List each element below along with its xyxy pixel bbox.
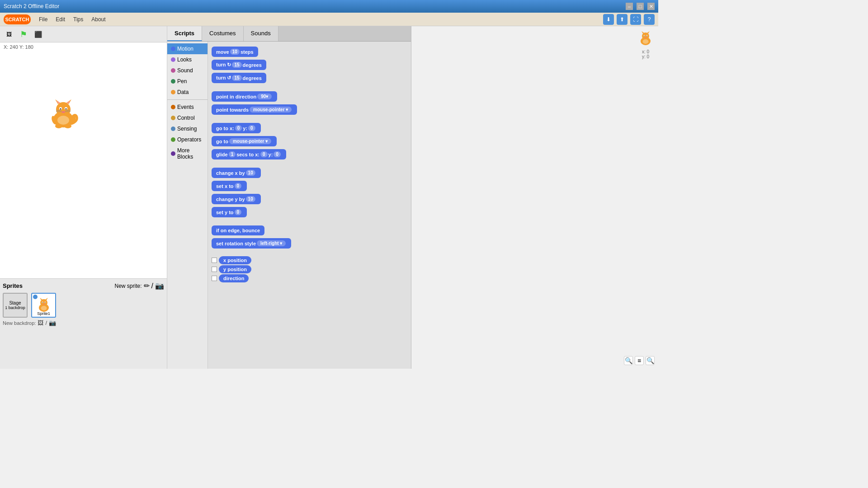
sprite1-thumbnail[interactable]: Sprite1 xyxy=(31,293,56,318)
minimize-button[interactable]: – xyxy=(626,3,633,10)
tab-scripts[interactable]: Scripts xyxy=(167,26,202,41)
save-icon[interactable]: ⬇ xyxy=(603,14,614,25)
zoom-out-button[interactable]: 🔍 xyxy=(624,356,633,365)
svg-point-10 xyxy=(61,111,65,113)
category-looks[interactable]: Looks xyxy=(167,54,208,65)
category-control[interactable]: Control xyxy=(167,113,208,123)
category-events[interactable]: Events xyxy=(167,102,208,113)
stage-canvas: X: 240 Y: 180 xyxy=(0,42,167,278)
import-sprite-button[interactable]: / xyxy=(151,282,153,290)
zoom-fit-button[interactable]: ≡ xyxy=(635,356,644,365)
help-icon[interactable]: ? xyxy=(644,14,655,25)
svg-point-28 xyxy=(43,304,45,305)
stage-thumbnail[interactable]: Stage 1 backdrop xyxy=(3,293,28,318)
block-set-y[interactable]: set y to 0 xyxy=(212,207,247,217)
svg-point-8 xyxy=(60,108,61,110)
fullscreen-icon[interactable]: ⛶ xyxy=(630,14,641,25)
block-gap-3 xyxy=(212,161,407,166)
category-more-blocks[interactable]: More Blocks xyxy=(167,145,208,162)
svg-point-38 xyxy=(645,37,646,38)
svg-point-39 xyxy=(643,39,649,44)
block-row-turn-ccw: turn ↺ 15 degrees xyxy=(212,71,407,84)
blocks-area: Scripts Costumes Sounds Motion Looks Sou… xyxy=(167,26,411,369)
category-pen[interactable]: Pen xyxy=(167,76,208,87)
zoom-in-button[interactable]: 🔍 xyxy=(646,356,655,365)
sprite-header: Sprites New sprite: ✏ / 📷 xyxy=(3,282,164,290)
tab-costumes[interactable]: Costumes xyxy=(202,26,244,41)
data-dot xyxy=(171,90,175,94)
zoom-controls: 🔍 ≡ 🔍 xyxy=(624,356,655,365)
block-gap-1 xyxy=(212,84,407,90)
close-button[interactable]: ✕ xyxy=(647,3,655,10)
block-change-x[interactable]: change x by 10 xyxy=(212,168,261,178)
block-row-y-position: y position xyxy=(212,265,407,273)
block-change-y[interactable]: change y by 10 xyxy=(212,194,261,204)
block-direction[interactable]: direction xyxy=(219,274,249,282)
mini-cat-icon xyxy=(637,30,655,48)
block-point-towards[interactable]: point towards mouse-pointer ▾ xyxy=(212,104,297,115)
scripting-area[interactable]: x: 0 y: 0 🔍 ≡ 🔍 xyxy=(411,26,658,369)
block-move[interactable]: move 10 steps xyxy=(212,47,258,57)
block-y-position[interactable]: y position xyxy=(219,265,251,273)
category-data[interactable]: Data xyxy=(167,87,208,98)
block-row-rotation: set rotation style left-right ▾ xyxy=(212,237,407,250)
svg-point-37 xyxy=(646,36,647,37)
tips-menu[interactable]: Tips xyxy=(70,14,87,24)
direction-checkbox[interactable] xyxy=(212,276,217,281)
block-turn-cw[interactable]: turn ↻ 15 degrees xyxy=(212,60,266,70)
stop-button[interactable]: ⬛ xyxy=(33,29,43,40)
tabs: Scripts Costumes Sounds xyxy=(167,26,411,42)
menu-bar: SCRATCH File Edit Tips About ⬇ ⬆ ⛶ ? xyxy=(0,13,658,26)
block-set-rotation[interactable]: set rotation style left-right ▾ xyxy=(212,238,291,249)
paint-backdrop-button[interactable]: 🖼 xyxy=(38,319,43,326)
svg-point-16 xyxy=(64,124,71,128)
block-turn-ccw[interactable]: turn ↺ 15 degrees xyxy=(212,73,266,83)
stage-layout-icon[interactable]: 🖼 xyxy=(4,29,14,40)
sprite-info-badge xyxy=(33,295,38,299)
file-menu[interactable]: File xyxy=(35,14,51,24)
x-position-checkbox[interactable] xyxy=(212,258,217,263)
block-row-change-y: change y by 10 xyxy=(212,192,407,206)
position-display: X: 240 Y: 180 xyxy=(4,44,33,50)
block-point-direction[interactable]: point in direction 90▾ xyxy=(212,91,277,102)
maximize-button[interactable]: □ xyxy=(637,3,644,10)
import-backdrop-button[interactable]: / xyxy=(45,319,47,326)
svg-marker-33 xyxy=(647,31,650,33)
svg-marker-22 xyxy=(40,298,42,300)
svg-point-19 xyxy=(57,116,69,125)
block-gap-5 xyxy=(212,250,407,255)
scratch-logo: SCRATCH xyxy=(4,14,31,24)
camera-sprite-button[interactable]: 📷 xyxy=(155,282,164,290)
paint-sprite-button[interactable]: ✏ xyxy=(144,282,150,290)
category-sound[interactable]: Sound xyxy=(167,65,208,76)
category-panel: Motion Looks Sound Pen Data xyxy=(167,42,208,369)
y-position-checkbox[interactable] xyxy=(212,267,217,272)
block-row-glide: glide 1 secs to x: 0 y: 0 xyxy=(212,148,407,161)
motion-dot xyxy=(171,47,175,51)
sprite-coordinates: x: 0 y: 0 xyxy=(637,49,655,59)
load-icon[interactable]: ⬆ xyxy=(617,14,627,25)
category-sensing[interactable]: Sensing xyxy=(167,123,208,134)
block-if-on-edge[interactable]: if on edge, bounce xyxy=(212,225,264,235)
edit-menu[interactable]: Edit xyxy=(52,14,69,24)
block-x-position[interactable]: x position xyxy=(219,256,251,264)
block-goto-xy[interactable]: go to x: 0 y: 0 xyxy=(212,123,261,133)
tab-sounds[interactable]: Sounds xyxy=(244,26,278,41)
block-row-turn-cw: turn ↻ 15 degrees xyxy=(212,58,407,71)
category-motion[interactable]: Motion xyxy=(167,43,208,54)
block-goto[interactable]: go to mouse-pointer ▾ xyxy=(212,136,277,146)
svg-marker-32 xyxy=(642,31,644,33)
green-flag-button[interactable]: ⚑ xyxy=(18,29,29,40)
category-operators[interactable]: Operators xyxy=(167,134,208,145)
camera-backdrop-button[interactable]: 📷 xyxy=(49,319,56,326)
about-menu[interactable]: About xyxy=(88,14,109,24)
block-set-x[interactable]: set x to 0 xyxy=(212,181,247,191)
svg-marker-23 xyxy=(45,298,48,300)
svg-point-15 xyxy=(55,124,62,128)
block-gap-4 xyxy=(212,219,407,224)
events-dot xyxy=(171,105,175,109)
svg-point-26 xyxy=(42,302,43,303)
block-glide[interactable]: glide 1 secs to x: 0 y: 0 xyxy=(212,149,286,160)
looks-dot xyxy=(171,57,175,62)
svg-point-36 xyxy=(644,36,645,37)
